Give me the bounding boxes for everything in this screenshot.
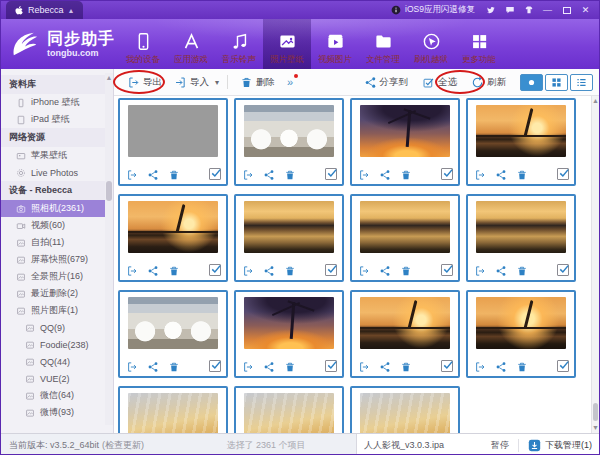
- photo-card[interactable]: [350, 290, 460, 378]
- view-large-button[interactable]: [520, 74, 543, 91]
- photo-thumbnail-sky[interactable]: [360, 393, 450, 433]
- export-button[interactable]: 导出: [123, 74, 166, 91]
- photo-checkbox[interactable]: [441, 168, 453, 180]
- scroll-up-icon[interactable]: ▲: [592, 96, 599, 106]
- cell-delete-button[interactable]: [516, 265, 528, 277]
- cell-export-button[interactable]: [126, 361, 138, 373]
- photo-card[interactable]: [234, 98, 344, 186]
- photo-card[interactable]: [466, 194, 576, 282]
- sidebar-item-videos[interactable]: 视频(60): [1, 217, 113, 234]
- sidebar-item-album-vue[interactable]: VUE(2): [1, 370, 113, 387]
- more-tools-chevrons[interactable]: »: [283, 76, 297, 88]
- sidebar-item-album-qq-1[interactable]: QQ(9): [1, 319, 113, 336]
- sidebar-item-iphone-wallpapers[interactable]: iPhone 壁纸: [1, 94, 113, 111]
- cell-export-button[interactable]: [358, 169, 370, 181]
- nav-item-photos-wallpapers[interactable]: 照片壁纸: [263, 19, 311, 69]
- photo-thumbnail-lake[interactable]: [476, 201, 566, 253]
- photo-card[interactable]: [118, 98, 228, 186]
- photo-thumbnail-arch[interactable]: [244, 105, 334, 157]
- import-dropdown-caret[interactable]: ▾: [215, 78, 219, 87]
- cell-share-button[interactable]: [495, 361, 507, 373]
- nav-item-apps-games[interactable]: 应用游戏: [167, 19, 215, 69]
- cell-share-button[interactable]: [147, 265, 159, 277]
- cell-export-button[interactable]: [474, 361, 486, 373]
- photo-card[interactable]: [466, 98, 576, 186]
- cell-delete-button[interactable]: [400, 169, 412, 181]
- photo-thumbnail-bridge[interactable]: [476, 105, 566, 157]
- cell-export-button[interactable]: [242, 361, 254, 373]
- nav-item-more-features[interactable]: 更多功能: [455, 19, 503, 69]
- cell-export-button[interactable]: [358, 265, 370, 277]
- sidebar-item-album-foodie[interactable]: Foodie(238): [1, 336, 113, 353]
- photo-card[interactable]: [118, 194, 228, 282]
- photo-checkbox[interactable]: [557, 360, 569, 372]
- photo-card[interactable]: [350, 386, 460, 433]
- photo-card[interactable]: [466, 290, 576, 378]
- sidebar-item-live-photos[interactable]: Live Photos: [1, 164, 113, 181]
- sidebar-item-panoramas[interactable]: 全景照片(16): [1, 268, 113, 285]
- cell-export-button[interactable]: [126, 169, 138, 181]
- photo-card[interactable]: [118, 290, 228, 378]
- close-button[interactable]: ✕: [580, 5, 591, 16]
- cell-share-button[interactable]: [379, 361, 391, 373]
- sidebar-item-screenshots[interactable]: 屏幕快照(679): [1, 251, 113, 268]
- photo-checkbox[interactable]: [325, 168, 337, 180]
- weibo-bird-icon[interactable]: [485, 5, 496, 16]
- photo-checkbox[interactable]: [209, 264, 221, 276]
- view-grid-button[interactable]: [545, 74, 568, 91]
- feedback-chat-icon[interactable]: [504, 5, 515, 16]
- photo-thumbnail-placeholder[interactable]: [128, 105, 218, 157]
- photo-thumbnail-lake[interactable]: [360, 201, 450, 253]
- photo-checkbox[interactable]: [209, 360, 221, 372]
- cell-share-button[interactable]: [263, 265, 275, 277]
- sidebar-item-album-weibo[interactable]: 微博(93): [1, 404, 113, 421]
- skin-theme-icon[interactable]: [523, 5, 534, 16]
- cell-delete-button[interactable]: [168, 361, 180, 373]
- share-button[interactable]: 分享到: [360, 74, 413, 91]
- cell-export-button[interactable]: [126, 265, 138, 277]
- cell-delete-button[interactable]: [400, 361, 412, 373]
- sidebar-item-album-qq-2[interactable]: QQ(44): [1, 353, 113, 370]
- maximize-button[interactable]: [561, 5, 572, 16]
- photo-card[interactable]: [118, 386, 228, 433]
- device-selector-tab[interactable]: Rebecca ▲: [6, 1, 83, 19]
- cell-share-button[interactable]: [263, 169, 275, 181]
- view-list-button[interactable]: [570, 74, 593, 91]
- cell-delete-button[interactable]: [284, 169, 296, 181]
- photo-card[interactable]: [350, 98, 460, 186]
- minimize-button[interactable]: —: [542, 5, 553, 16]
- check-update-link[interactable]: (检查更新): [102, 439, 144, 452]
- photo-checkbox[interactable]: [325, 264, 337, 276]
- cell-share-button[interactable]: [495, 169, 507, 181]
- photo-thumbnail-bridge[interactable]: [360, 297, 450, 349]
- photo-checkbox[interactable]: [325, 360, 337, 372]
- nav-item-flash-jailbreak[interactable]: 刷机越狱: [407, 19, 455, 69]
- cell-export-button[interactable]: [242, 169, 254, 181]
- download-manager-button[interactable]: 下载管理(1): [528, 439, 592, 452]
- sidebar-item-selfies[interactable]: 自拍(11): [1, 234, 113, 251]
- photo-thumbnail-tree[interactable]: [360, 105, 450, 157]
- photo-checkbox[interactable]: [209, 168, 221, 180]
- cell-export-button[interactable]: [474, 169, 486, 181]
- crash-fix-link[interactable]: iOS9应用闪退修复: [391, 4, 475, 16]
- cell-share-button[interactable]: [379, 169, 391, 181]
- nav-item-videos-pictures[interactable]: 视频图片: [311, 19, 359, 69]
- nav-item-file-manager[interactable]: 文件管理: [359, 19, 407, 69]
- cell-delete-button[interactable]: [168, 265, 180, 277]
- photo-checkbox[interactable]: [557, 168, 569, 180]
- pause-button[interactable]: 暂停: [491, 439, 509, 452]
- nav-item-my-devices[interactable]: 我的设备: [119, 19, 167, 69]
- sidebar-item-recently-deleted[interactable]: 最近删除(2): [1, 285, 113, 302]
- cell-share-button[interactable]: [263, 361, 275, 373]
- photo-card[interactable]: [234, 290, 344, 378]
- sidebar-item-photo-library[interactable]: 照片图库(1): [1, 302, 113, 319]
- cell-share-button[interactable]: [495, 265, 507, 277]
- delete-button[interactable]: 删除: [236, 74, 279, 91]
- cell-delete-button[interactable]: [516, 169, 528, 181]
- cell-delete-button[interactable]: [516, 361, 528, 373]
- select-all-button[interactable]: 全选: [418, 74, 461, 91]
- cell-export-button[interactable]: [474, 265, 486, 277]
- photo-checkbox[interactable]: [441, 264, 453, 276]
- cell-export-button[interactable]: [358, 361, 370, 373]
- photo-thumbnail-bridge2[interactable]: [476, 297, 566, 349]
